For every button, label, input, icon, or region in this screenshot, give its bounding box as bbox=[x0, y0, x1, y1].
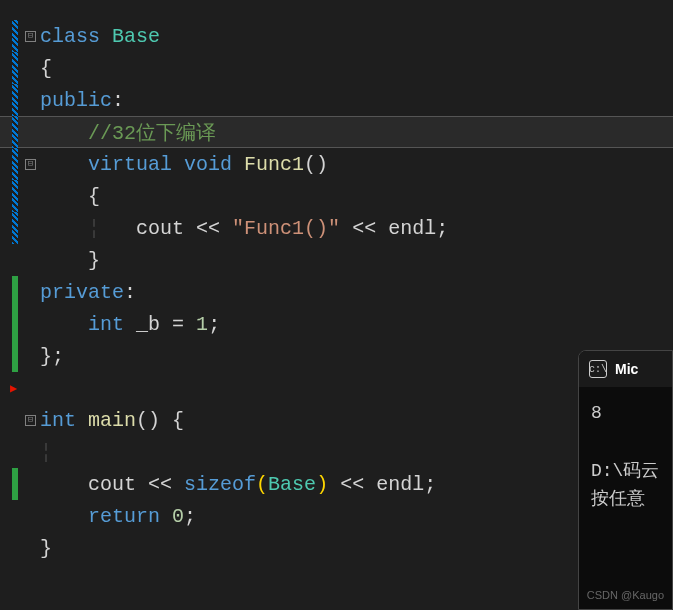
console-output-line: 8 bbox=[591, 399, 660, 428]
code-line[interactable]: int _b = 1; bbox=[40, 313, 220, 336]
code-line[interactable]: virtual void Func1() bbox=[40, 153, 328, 176]
console-window[interactable]: c:\ Mic 8 D:\码云 按任意 CSDN @Kaugo bbox=[578, 350, 673, 610]
code-line[interactable]: ¦ bbox=[40, 441, 52, 464]
code-line[interactable]: } bbox=[40, 249, 100, 272]
code-line[interactable]: cout << sizeof(Base) << endl; bbox=[40, 473, 436, 496]
code-line[interactable]: int main() { bbox=[40, 409, 184, 432]
breakpoint-icon[interactable]: ▶ bbox=[10, 381, 17, 396]
code-line[interactable]: class Base bbox=[40, 25, 160, 48]
terminal-icon: c:\ bbox=[589, 360, 607, 378]
code-editor[interactable]: ⊟ class Base { public: //32位下编译 ⊟ virtua… bbox=[0, 0, 673, 610]
fold-icon[interactable]: ⊟ bbox=[25, 415, 36, 426]
code-line[interactable]: public: bbox=[40, 89, 124, 112]
fold-icon[interactable]: ⊟ bbox=[25, 159, 36, 170]
console-output-line: 按任意 bbox=[591, 485, 660, 514]
console-titlebar[interactable]: c:\ Mic bbox=[579, 351, 672, 387]
watermark: CSDN @Kaugo bbox=[587, 589, 664, 601]
code-line[interactable]: private: bbox=[40, 281, 136, 304]
console-output-line: D:\码云 bbox=[591, 457, 660, 486]
code-line[interactable]: { bbox=[40, 185, 100, 208]
fold-icon[interactable]: ⊟ bbox=[25, 31, 36, 42]
console-output: 8 D:\码云 按任意 bbox=[579, 387, 672, 526]
console-title: Mic bbox=[615, 361, 638, 377]
code-line[interactable]: //32位下编译 bbox=[40, 119, 216, 146]
code-line[interactable]: } bbox=[40, 537, 52, 560]
code-line[interactable]: ¦ cout << "Func1()" << endl; bbox=[40, 217, 448, 240]
code-line[interactable]: { bbox=[40, 57, 52, 80]
code-line[interactable]: }; bbox=[40, 345, 64, 368]
code-line[interactable]: return 0; bbox=[40, 505, 196, 528]
